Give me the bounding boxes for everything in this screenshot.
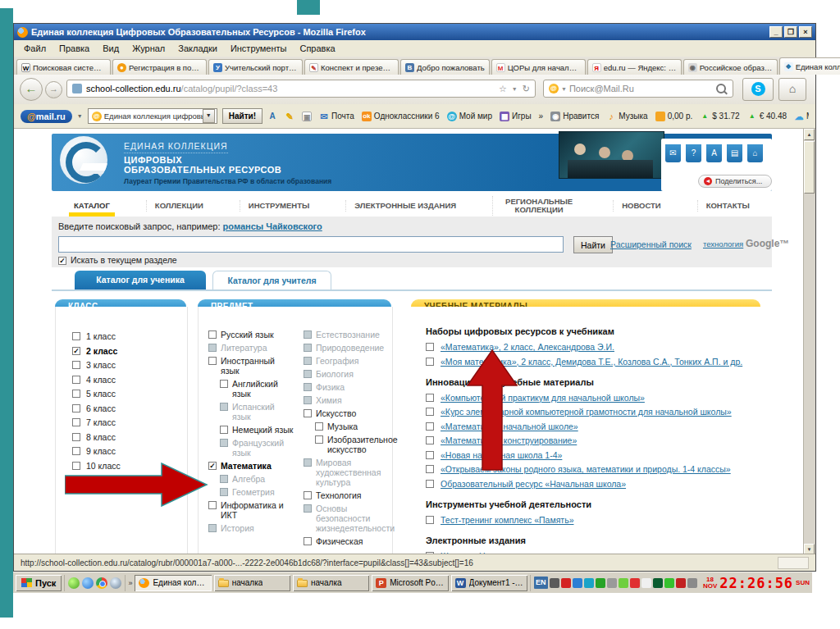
class-option[interactable]: 3 класс	[72, 360, 187, 370]
checkbox-icon[interactable]	[72, 376, 80, 384]
subject-option[interactable]: Физическая	[304, 536, 389, 546]
subject-option[interactable]: Основы безопасности жизнедеятельности	[304, 504, 389, 533]
nav-item[interactable]: НОВОСТИ	[613, 200, 669, 212]
advanced-search-link[interactable]: Расширенный поиск	[610, 239, 692, 249]
class-option[interactable]: 5 класс	[72, 389, 187, 399]
subject-option[interactable]: Естествознание	[304, 330, 389, 340]
mailru-item[interactable]: A	[267, 112, 277, 121]
browser-tab[interactable]: ◉Российское образов...	[683, 59, 778, 75]
checkbox-icon[interactable]	[426, 516, 434, 524]
checkbox-icon[interactable]	[315, 435, 323, 444]
search-engine-dropdown-icon[interactable]: ▼	[561, 86, 567, 92]
subject-option[interactable]: Физика	[304, 382, 389, 392]
checkbox-icon[interactable]	[426, 358, 434, 366]
browser-tab[interactable]: ❖Единая коллекц...×	[779, 57, 840, 75]
mailru-item[interactable]: ☁Москва 0°C	[794, 112, 809, 121]
checkbox-icon[interactable]	[426, 465, 434, 473]
class-option[interactable]: 9 класс	[72, 446, 187, 456]
subject-option[interactable]: Информатика и ИКТ	[208, 500, 294, 520]
mailru-find-button[interactable]: Найти!	[222, 108, 262, 124]
checkbox-icon[interactable]	[426, 408, 434, 416]
checkbox-icon[interactable]	[304, 370, 312, 378]
subject-option[interactable]: Иностранный язык	[208, 356, 294, 376]
checkbox-icon[interactable]	[304, 383, 312, 391]
site-search-input[interactable]	[58, 236, 564, 253]
tray-icon-2[interactable]	[561, 578, 571, 588]
tab-catalog-teacher[interactable]: Каталог для учителя	[212, 271, 331, 289]
mailru-item[interactable]: ✎	[285, 112, 294, 121]
menu-item[interactable]: Закладки	[171, 42, 224, 55]
mailru-item[interactable]: »	[539, 112, 544, 121]
header-sitemap-icon[interactable]: ⌂	[747, 144, 763, 162]
material-link[interactable]: Тест-тренинг комплекс «Память»	[441, 515, 573, 525]
mailru-search-combo[interactable]: @ Единая коллекция цифровы ▼	[88, 108, 217, 124]
header-font-icon[interactable]: A	[706, 144, 722, 162]
mailru-item[interactable]: @Мой мир	[447, 112, 492, 121]
scroll-up-icon[interactable]: ▲	[804, 129, 815, 140]
checkbox-icon[interactable]	[208, 357, 217, 365]
browser-tab[interactable]: Яedu.ru — Яндекс: н...	[587, 59, 682, 75]
subject-option[interactable]: Изобразительное искусство	[315, 435, 389, 454]
subject-option[interactable]: Музыка	[315, 422, 389, 431]
mailru-item[interactable]: okОдноклассники 6	[362, 112, 440, 121]
checkbox-icon[interactable]	[426, 394, 434, 402]
nav-item[interactable]: РЕГИОНАЛЬНЫЕ КОЛЛЕКЦИИ	[492, 196, 585, 216]
class-option[interactable]: 7 класс	[72, 417, 187, 427]
checkbox-icon[interactable]	[208, 462, 217, 470]
checkbox-icon[interactable]	[426, 422, 434, 431]
material-link[interactable]: Образовательный ресурс «Начальная школа»	[441, 479, 626, 489]
class-option[interactable]: 1 класс	[72, 331, 187, 341]
checkbox-icon[interactable]	[220, 426, 228, 434]
checkbox-icon[interactable]	[72, 361, 80, 369]
mailru-item[interactable]: ▦Игры	[500, 112, 532, 121]
taskbar-task[interactable]: Единая коллекц...	[135, 575, 211, 591]
checkbox-icon[interactable]	[304, 330, 312, 339]
mailru-item[interactable]: ▲€ 40.48	[747, 112, 787, 121]
checkbox-icon[interactable]	[208, 524, 217, 532]
checkbox-icon[interactable]	[304, 504, 312, 513]
minimize-button[interactable]: _	[769, 26, 783, 38]
messenger-icon[interactable]	[68, 577, 80, 589]
checkbox-icon[interactable]	[208, 330, 217, 339]
page-scrollbar[interactable]: ▲ ▼	[803, 129, 815, 555]
browser-tab[interactable]: MЦОРы для начальн...	[491, 59, 586, 75]
subject-option[interactable]: Литература	[208, 343, 294, 353]
menu-item[interactable]: Журнал	[126, 42, 171, 55]
nav-item[interactable]: КАТАЛОГ	[66, 200, 118, 212]
subject-option[interactable]: Природоведение	[304, 343, 389, 353]
subject-option[interactable]: География	[304, 356, 389, 366]
checkbox-icon[interactable]	[72, 390, 80, 398]
subject-option[interactable]: Геометрия	[220, 487, 294, 497]
start-button[interactable]: Пуск	[16, 575, 62, 591]
subject-option[interactable]: Технология	[304, 490, 389, 500]
close-button[interactable]: ×	[799, 26, 812, 38]
google-technology-link[interactable]: технология	[703, 239, 743, 248]
checkbox-icon[interactable]	[304, 409, 312, 417]
checkbox-icon[interactable]	[304, 491, 312, 499]
checkbox-icon[interactable]	[220, 475, 228, 483]
taskbar-task[interactable]: WДокумент1 - Micro...	[451, 575, 527, 591]
header-help-icon[interactable]: ?	[686, 144, 701, 162]
class-option[interactable]: 8 класс	[72, 432, 187, 442]
mailru-item[interactable]: ✉Почта	[319, 112, 354, 121]
checkbox-icon[interactable]	[208, 501, 217, 509]
tray-icon-1[interactable]	[550, 578, 559, 588]
checkbox-icon[interactable]	[58, 257, 66, 265]
chrome-icon[interactable]	[96, 577, 107, 589]
subject-option[interactable]: Мировая художественная культура	[304, 458, 389, 487]
mailru-logo-caret-icon[interactable]: ▼	[77, 113, 83, 119]
mailru-item[interactable]: 0,00 р.	[655, 112, 693, 121]
restore-button[interactable]: ❐	[784, 26, 797, 38]
bookmark-star-icon[interactable]: ☆	[499, 84, 507, 94]
site-logo-icon[interactable]	[60, 136, 107, 184]
browser-tab[interactable]: УУчительский порта...	[208, 59, 303, 75]
language-indicator[interactable]: EN	[534, 577, 548, 589]
search-scope-option[interactable]: Искать в текущем разделе	[58, 255, 177, 265]
forward-button[interactable]: →	[45, 81, 62, 98]
header-mail-icon[interactable]: ✉	[665, 144, 681, 162]
url-bar[interactable]: school-collection.edu.ru /catalog/pupil/…	[66, 80, 536, 98]
checkbox-icon[interactable]	[72, 332, 80, 340]
home-button[interactable]: ⌂	[778, 78, 806, 101]
subject-option[interactable]: Биология	[304, 369, 389, 379]
mailru-item[interactable]: ▣	[302, 112, 312, 121]
